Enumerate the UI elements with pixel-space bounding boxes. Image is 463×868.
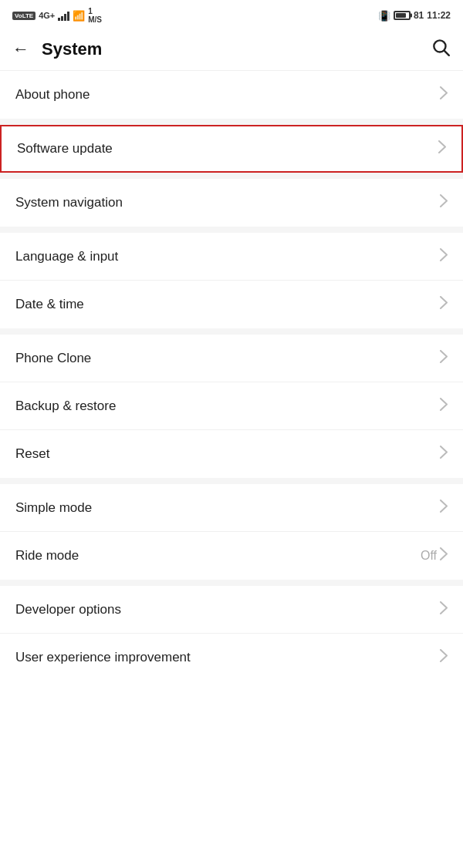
chevron-right-icon — [438, 140, 446, 157]
menu-item-right — [440, 248, 448, 265]
chevron-right-icon — [440, 649, 448, 666]
menu-item-label: Developer options — [15, 602, 121, 617]
menu-item-label: Date & time — [15, 297, 84, 312]
menu-group-3: Language & inputDate & time — [0, 233, 463, 328]
menu-item-right: Off — [421, 547, 448, 564]
section-divider-1 — [0, 119, 463, 125]
section-divider-2 — [0, 173, 463, 179]
top-nav: ← System — [0, 28, 463, 71]
menu-item[interactable]: Date & time — [0, 281, 463, 328]
chevron-right-icon — [440, 446, 448, 463]
chevron-right-icon — [440, 86, 448, 103]
menu-item-label: Reset — [15, 446, 49, 462]
back-button[interactable]: ← — [12, 41, 29, 58]
svg-line-1 — [444, 50, 449, 55]
menu-item-label: Phone Clone — [15, 351, 91, 366]
status-right: 📳 81 11:22 — [378, 10, 451, 22]
menu-item[interactable]: Backup & restore — [0, 382, 463, 430]
menu-group-6: Developer optionsUser experience improve… — [0, 586, 463, 681]
menu-container: About phoneSoftware updateSystem navigat… — [0, 71, 463, 681]
menu-item[interactable]: Software update — [0, 125, 463, 173]
menu-item[interactable]: User experience improvement — [0, 634, 463, 681]
section-divider-5 — [0, 478, 463, 484]
menu-item[interactable]: System navigation — [0, 179, 463, 227]
signal-bars — [58, 10, 69, 21]
menu-item-right — [438, 140, 446, 157]
menu-item-right — [440, 350, 448, 367]
chevron-right-icon — [440, 547, 448, 564]
menu-group-4: Phone CloneBackup & restoreReset — [0, 335, 463, 478]
menu-item[interactable]: Phone Clone — [0, 335, 463, 382]
menu-item-right — [440, 500, 448, 516]
page-title: System — [42, 39, 431, 59]
menu-item[interactable]: Reset — [0, 430, 463, 478]
menu-item-label: Ride mode — [15, 548, 79, 564]
chevron-right-icon — [440, 248, 448, 265]
menu-item-label: Backup & restore — [15, 399, 116, 414]
section-divider-4 — [0, 328, 463, 335]
chevron-right-icon — [440, 398, 448, 415]
vibrate-icon: 📳 — [378, 10, 390, 22]
time: 11:22 — [427, 10, 451, 21]
menu-item-label: System navigation — [15, 195, 123, 210]
menu-item-label: Simple mode — [15, 500, 92, 516]
status-left: VoLTE 4G+ 📶 1M/S — [12, 7, 102, 24]
menu-item-right — [440, 446, 448, 463]
menu-item-right — [440, 398, 448, 415]
menu-item-label: Language & input — [15, 249, 118, 264]
menu-item-label: User experience improvement — [15, 650, 191, 665]
menu-group-1: Software update — [0, 125, 463, 173]
chevron-right-icon — [440, 601, 448, 618]
menu-group-0: About phone — [0, 71, 463, 119]
section-divider-3 — [0, 227, 463, 233]
network-type: 4G+ — [39, 11, 55, 20]
menu-item-right — [440, 194, 448, 211]
menu-item-value: Off — [421, 549, 437, 563]
menu-item-label: About phone — [15, 87, 90, 103]
chevron-right-icon — [440, 500, 448, 516]
menu-item-right — [440, 601, 448, 618]
menu-item-right — [440, 296, 448, 313]
menu-group-5: Simple modeRide modeOff — [0, 484, 463, 580]
search-button[interactable] — [431, 37, 451, 62]
volte-badge: VoLTE — [12, 12, 35, 20]
chevron-right-icon — [440, 350, 448, 367]
menu-item[interactable]: Language & input — [0, 233, 463, 281]
menu-group-2: System navigation — [0, 179, 463, 227]
chevron-right-icon — [440, 194, 448, 211]
menu-item-right — [440, 649, 448, 666]
menu-item[interactable]: About phone — [0, 71, 463, 119]
wifi-icon: 📶 — [73, 10, 85, 22]
menu-item[interactable]: Developer options — [0, 586, 463, 634]
status-bar: VoLTE 4G+ 📶 1M/S 📳 81 11:22 — [0, 0, 463, 28]
speed-indicator: 1M/S — [88, 7, 102, 24]
battery-level: 81 — [414, 10, 424, 21]
menu-item[interactable]: Simple mode — [0, 484, 463, 532]
menu-item[interactable]: Ride modeOff — [0, 532, 463, 580]
menu-item-label: Software update — [17, 141, 113, 156]
section-divider-6 — [0, 580, 463, 586]
battery-icon — [394, 11, 411, 20]
chevron-right-icon — [440, 296, 448, 313]
menu-item-right — [440, 86, 448, 103]
